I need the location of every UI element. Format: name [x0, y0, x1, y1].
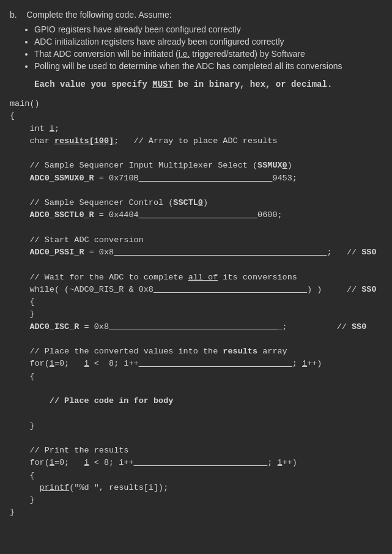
var-i: i — [50, 124, 54, 133]
for2-line: for(i=0; i < 8; i++ ; i++) — [10, 457, 382, 469]
for1-var-i2: i — [84, 359, 89, 368]
blank-line-6 — [10, 383, 382, 395]
for1-i-pp: i — [302, 359, 307, 368]
for1-open: { — [10, 371, 382, 383]
for1-var-i: i — [50, 359, 54, 368]
ssmux-blank — [139, 174, 273, 183]
for-body-comment: // Place code in for body — [10, 395, 382, 407]
isc-reg: ADC0_ISC_R — [29, 322, 79, 331]
ssmux-assign: ADC0_SSMUX0_R = 0x710B 9453; — [10, 172, 382, 185]
for2-i-pp: i — [278, 458, 283, 467]
section-label: b. — [10, 10, 17, 20]
for1-blank — [139, 359, 292, 368]
for2-var-i: i — [50, 458, 54, 467]
blank-line-2 — [10, 185, 382, 197]
pssi-comment: SS0 — [361, 248, 376, 257]
isc-blank — [109, 322, 277, 331]
blank-line-4 — [10, 259, 382, 271]
while-open: { — [10, 296, 382, 308]
for2-var-i2: i — [84, 458, 89, 467]
comment-ssmux: // Sample Sequencer Input Multiplexer Se… — [10, 160, 382, 172]
section-heading: Complete the following code. Assume: — [26, 10, 171, 20]
while-close: } — [10, 308, 382, 320]
bullet-2: ADC initialization registers have alread… — [34, 37, 382, 46]
var-results: results[100] — [54, 136, 114, 146]
comment-wait: // Wait for the ADC to complete all of i… — [10, 271, 382, 284]
must-word: MUST — [152, 79, 173, 89]
pssi-reg: ADC0_PSSI_R — [29, 248, 84, 257]
blank-line-8 — [10, 432, 382, 445]
isc-comment: SS0 — [352, 322, 366, 331]
printf-line: printf("%d ", results[i]); — [10, 482, 382, 494]
ssctl-assign: ADC0_SSCTL0_R = 0x4404 0600; — [10, 209, 382, 221]
isc-assign: ADC0_ISC_R = 0x8 _; // SS0 — [10, 321, 382, 333]
comment-ssctl: // Sample Sequencer Control (SSCTL0) — [10, 197, 382, 209]
main-sig: main() — [10, 98, 382, 110]
must-note: Each value you specify MUST be in binary… — [34, 79, 382, 89]
char-decl: char results[100]; // Array to place ADC… — [10, 135, 382, 147]
int-decl: int i; — [10, 123, 382, 135]
for1-close: } — [10, 420, 382, 432]
pssi-assign: ADC0_PSSI_R = 0x8 ; // SS0 — [10, 246, 382, 259]
results-keyword: results — [223, 347, 257, 356]
for-body-text: // Place code in for body — [50, 396, 174, 405]
comment-place: // Place the converted values into the r… — [10, 345, 382, 358]
blank-line-1 — [10, 147, 382, 160]
ssctl-keyword: SSCTL0 — [173, 198, 203, 207]
while-blank — [153, 285, 307, 294]
bullet-3: That ADC conversion will be initiated (i… — [34, 49, 382, 59]
ssctl-reg: ADC0_SSCTL0_R — [29, 210, 94, 220]
bullet-list: GPIO registers have already been configu… — [34, 24, 382, 71]
open-brace: { — [10, 110, 382, 122]
pssi-blank — [114, 248, 327, 257]
for1-line: for(i=0; i < 8; i++ ; i++) — [10, 358, 382, 370]
ssmux-reg: ADC0_SSMUX0_R — [29, 174, 94, 183]
close-brace: } — [10, 506, 382, 519]
for2-close: } — [10, 494, 382, 506]
ssctl-blank — [139, 210, 257, 220]
while-line: while( (~ADC0_RIS_R & 0x8 ) ) // SS0 — [10, 284, 382, 296]
section-b: b. Complete the following code. Assume: … — [10, 10, 382, 519]
comment-print: // Print the results — [10, 445, 382, 457]
comment-start: // Start ADC conversion — [10, 234, 382, 246]
blank-line-5 — [10, 333, 382, 345]
blank-line-7 — [10, 407, 382, 419]
bullet-4: Polling will be used to determine when t… — [34, 61, 382, 71]
while-comment: SS0 — [361, 285, 376, 294]
for2-blank — [134, 458, 268, 467]
code-block: main() { int i; char results[100]; // Ar… — [10, 98, 382, 519]
bullet-1: GPIO registers have already been configu… — [34, 24, 382, 34]
for2-open: { — [10, 470, 382, 482]
section-header: b. Complete the following code. Assume: — [10, 10, 382, 20]
ssmux-keyword: SSMUX0 — [257, 161, 287, 170]
blank-line-3 — [10, 222, 382, 234]
all-of: all of — [188, 273, 218, 282]
printf-func: printf — [40, 483, 70, 492]
